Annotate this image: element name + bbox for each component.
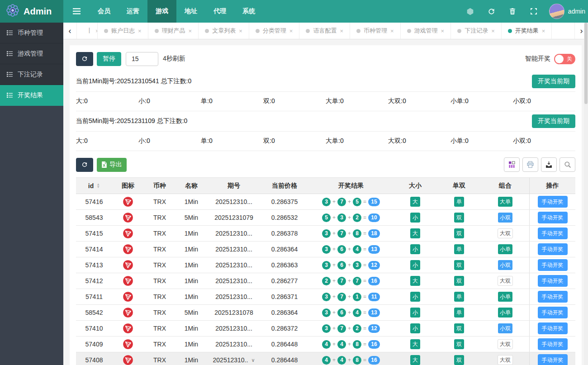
- size-badge: 小: [410, 213, 420, 223]
- manual-draw-button[interactable]: 手动开奖: [538, 228, 568, 239]
- nav-item[interactable]: 运营: [119, 0, 147, 23]
- cell-name: 1Min: [175, 341, 207, 348]
- tab-close-icon[interactable]: ×: [189, 28, 192, 34]
- trash-icon[interactable]: [502, 0, 523, 23]
- tab[interactable]: 账户日志×: [98, 23, 148, 39]
- result-sum: 13: [368, 245, 380, 254]
- fullscreen-icon[interactable]: [523, 0, 545, 23]
- tab-close-icon[interactable]: ×: [542, 28, 545, 34]
- tab[interactable]: 文章列表×: [199, 23, 249, 39]
- trx-icon: [112, 339, 144, 350]
- manual-draw-button[interactable]: 手动开奖: [538, 196, 568, 208]
- brand[interactable]: Admin: [0, 0, 63, 23]
- print-button[interactable]: [522, 157, 538, 172]
- manual-draw-button[interactable]: 手动开奖: [538, 275, 568, 287]
- sidebar-item[interactable]: 币种管理: [0, 23, 63, 43]
- cell-parity: 单: [437, 244, 481, 254]
- nav-item[interactable]: 会员: [90, 0, 119, 23]
- tab[interactable]: 下注记录×: [451, 23, 502, 39]
- tab-close-icon[interactable]: ×: [289, 28, 293, 34]
- sidebar-item-label: 币种管理: [18, 29, 43, 37]
- stat-value: 大单:0: [326, 137, 388, 145]
- cell-action: 手动开奖: [529, 321, 575, 336]
- trx-icon: [112, 244, 144, 255]
- tab-label: 文章列表: [212, 27, 236, 35]
- tab-close-icon[interactable]: ×: [491, 28, 495, 34]
- columns-toggle-button[interactable]: [504, 157, 520, 172]
- cell-parity: 单: [437, 197, 481, 207]
- tab-close-icon[interactable]: ×: [138, 28, 142, 34]
- sidebar-item[interactable]: 游戏管理: [0, 43, 63, 64]
- tab[interactable]: 游戏管理×: [401, 23, 451, 39]
- sidebar-item[interactable]: 开奖结果: [0, 85, 63, 106]
- column-header[interactable]: id▲▼: [76, 182, 112, 190]
- table-toolbar: 导出: [76, 157, 575, 172]
- cell-price: 0.286378: [261, 230, 308, 237]
- nav-menu: 会员运营游戏地址代理系统: [90, 0, 263, 23]
- manual-draw-button[interactable]: 手动开奖: [538, 291, 568, 303]
- column-header: 名称: [175, 182, 207, 190]
- manual-draw-button[interactable]: 手动开奖: [538, 307, 568, 318]
- manual-draw-button[interactable]: 手动开奖: [538, 354, 568, 365]
- manual-draw-button[interactable]: 手动开奖: [538, 212, 568, 223]
- stat-value: 大单:0: [326, 97, 388, 105]
- tab-status-dot: [155, 29, 159, 33]
- manual-draw-button[interactable]: 手动开奖: [538, 259, 568, 271]
- cell-action: 手动开奖: [529, 305, 575, 320]
- manual-draw-button[interactable]: 手动开奖: [538, 243, 568, 255]
- content-panel: 暂停 4秒刷新 智能开奖 关 当前1Min期号:202512310541 总下注…: [70, 45, 582, 365]
- tab[interactable]: 开奖结果×: [502, 23, 552, 39]
- search-button[interactable]: [560, 157, 575, 172]
- manual-draw-button[interactable]: 手动开奖: [538, 322, 568, 334]
- period-stats-row: 大:0小:0单:0双:0大单:0大双:0小单:0小双:0: [76, 132, 575, 151]
- nav-item[interactable]: 游戏: [147, 0, 176, 23]
- tab[interactable]: 语言配置×: [299, 23, 350, 39]
- cell-id: 57415: [76, 230, 112, 237]
- tab-close-icon[interactable]: ×: [390, 28, 394, 34]
- nav-item[interactable]: 代理: [205, 0, 234, 23]
- cell-id: 57412: [76, 277, 112, 284]
- tab-close-icon[interactable]: ×: [441, 28, 445, 34]
- theme-icon[interactable]: [460, 0, 481, 23]
- result-ball: 8: [353, 356, 361, 365]
- tab-close-icon[interactable]: ×: [340, 28, 343, 34]
- parity-badge: 双: [454, 260, 464, 270]
- tab-close-icon[interactable]: ×: [239, 28, 242, 34]
- vertical-scrollbar[interactable]: [584, 23, 588, 365]
- table-refresh-button[interactable]: [76, 158, 93, 172]
- smart-draw-toggle[interactable]: 关: [554, 54, 575, 64]
- export-data-button[interactable]: [541, 157, 557, 172]
- tab[interactable]: 丨×: [77, 23, 98, 39]
- tab[interactable]: 币种管理×: [350, 23, 401, 39]
- tab-status-dot: [306, 29, 310, 33]
- trx-icon: [112, 355, 144, 365]
- sort-icon[interactable]: ▲▼: [96, 183, 100, 189]
- interval-input[interactable]: [126, 52, 158, 66]
- cell-id: 57410: [76, 325, 112, 332]
- tabs-scroll-left[interactable]: ‹: [63, 23, 77, 39]
- cell-coin: TRX: [144, 325, 175, 332]
- table-row: 58543TRX5Min202512310790.2865325+3+2=10小…: [76, 210, 575, 226]
- result-ball: 3: [322, 229, 331, 238]
- hamburger-icon[interactable]: [63, 0, 90, 23]
- draw-current-period-button[interactable]: 开奖当前期: [532, 114, 575, 128]
- refresh-button[interactable]: [76, 52, 93, 66]
- tab[interactable]: 分类管理×: [249, 23, 300, 39]
- detail-caret-icon[interactable]: ∨: [251, 357, 255, 363]
- tab[interactable]: 理财产品×: [148, 23, 199, 39]
- nav-item[interactable]: 系统: [234, 0, 263, 23]
- combo-badge: 大双: [498, 276, 513, 286]
- sidebar-item[interactable]: 下注记录: [0, 64, 63, 85]
- draw-current-period-button[interactable]: 开奖当前期: [532, 75, 575, 88]
- user-menu[interactable]: admin: [545, 4, 588, 19]
- export-button[interactable]: 导出: [97, 158, 127, 172]
- manual-draw-button[interactable]: 手动开奖: [538, 338, 568, 350]
- pause-button[interactable]: 暂停: [97, 52, 121, 66]
- refresh-icon[interactable]: [481, 0, 502, 23]
- parity-badge: 双: [454, 213, 464, 223]
- column-header: 开奖结果: [308, 182, 394, 190]
- result-sum: 15: [368, 198, 380, 206]
- cell-id: 57413: [76, 261, 112, 269]
- nav-item[interactable]: 地址: [176, 0, 205, 23]
- combo-badge: 大单: [498, 197, 512, 207]
